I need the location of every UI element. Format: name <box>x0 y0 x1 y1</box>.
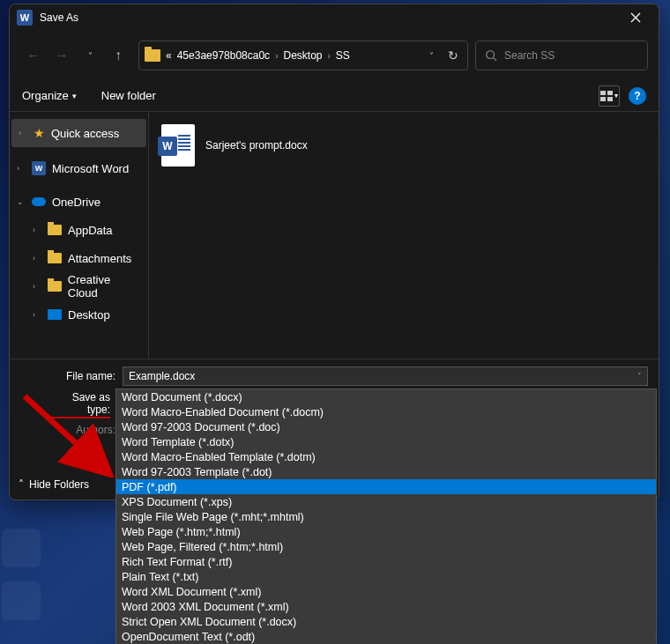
back-button[interactable]: ← <box>20 42 47 69</box>
sidebar-item-quick-access[interactable]: › ★ Quick access <box>11 119 146 147</box>
filetype-option[interactable]: Word Template (*.dotx) <box>116 434 656 449</box>
sidebar-item-ms-word[interactable]: › W Microsoft Word <box>10 154 148 182</box>
desktop-taskbar-icon[interactable] <box>2 529 41 567</box>
nav-row: ← → ˅ ↑ « 45e3ae978b08ca0c › Desktop › S… <box>10 31 659 80</box>
breadcrumb-item[interactable]: Desktop <box>283 49 322 62</box>
filetype-option[interactable]: Web Page (*.htm;*.html) <box>116 524 656 539</box>
breadcrumb-item[interactable]: SS <box>336 49 350 62</box>
filetype-option[interactable]: Word 2003 XML Document (*.xml) <box>116 599 656 614</box>
authors-label: Authors: <box>10 424 115 436</box>
filetype-option[interactable]: Word 97-2003 Template (*.dot) <box>116 464 656 479</box>
filetype-option[interactable]: Single File Web Page (*.mht;*.mhtml) <box>116 509 656 524</box>
chevron-right-icon: › <box>33 282 41 291</box>
search-icon <box>485 49 497 62</box>
chevron-up-icon: ˄ <box>19 478 24 491</box>
chevron-down-icon: ⌄ <box>17 197 26 206</box>
chevron-down-icon: ˅ <box>637 372 642 381</box>
onedrive-icon <box>32 197 46 206</box>
folder-icon <box>145 49 160 62</box>
close-icon <box>630 12 641 23</box>
toolbar: Organize ▾ New folder ▾ ? <box>10 80 659 112</box>
breadcrumb-item[interactable]: 45e3ae978b08ca0c <box>177 49 270 62</box>
refresh-button[interactable]: ↻ <box>444 48 462 63</box>
file-list[interactable]: W Sarjeet's prompt.docx <box>149 112 659 359</box>
sidebar-item-attachments[interactable]: › Attachments <box>10 244 148 272</box>
chevron-down-icon: ▾ <box>72 92 77 100</box>
svg-rect-1 <box>600 91 606 95</box>
filetype-option[interactable]: Web Page, Filtered (*.htm;*.html) <box>116 539 656 554</box>
save-as-type-label: Save as type: <box>50 391 110 418</box>
desktop-taskbar-icon[interactable] <box>2 581 41 620</box>
folder-icon <box>48 281 62 292</box>
view-icon <box>600 91 613 101</box>
breadcrumb-prefix: « <box>166 49 172 62</box>
organize-button[interactable]: Organize ▾ <box>22 89 77 102</box>
file-name: Sarjeet's prompt.docx <box>205 139 308 152</box>
search-input[interactable]: Search SS <box>475 41 648 70</box>
filetype-option[interactable]: Word Document (*.docx) <box>116 389 656 404</box>
filetype-option[interactable]: Word XML Document (*.xml) <box>116 584 656 599</box>
chevron-right-icon: › <box>328 51 331 61</box>
help-button[interactable]: ? <box>629 87 646 105</box>
chevron-right-icon: › <box>19 129 27 137</box>
filetype-option[interactable]: Word Macro-Enabled Template (*.dotm) <box>116 449 656 464</box>
up-button[interactable]: ↑ <box>105 42 131 69</box>
address-bar[interactable]: « 45e3ae978b08ca0c › Desktop › SS ˅ ↻ <box>138 41 468 70</box>
close-button[interactable] <box>620 5 651 30</box>
save-as-type-dropdown[interactable]: Word Document (*.docx)Word Macro-Enabled… <box>115 389 657 644</box>
word-icon: W <box>17 10 33 26</box>
filetype-option[interactable]: Plain Text (*.txt) <box>116 569 656 584</box>
filetype-option[interactable]: Word Macro-Enabled Document (*.docm) <box>116 404 656 419</box>
svg-point-0 <box>487 51 495 59</box>
forward-button[interactable]: → <box>48 42 75 69</box>
sidebar-item-desktop[interactable]: › Desktop <box>10 300 148 329</box>
sidebar-item-onedrive[interactable]: ⌄ OneDrive <box>10 188 148 216</box>
word-icon: W <box>32 161 46 175</box>
chevron-right-icon: › <box>17 164 26 173</box>
filetype-option[interactable]: Strict Open XML Document (*.docx) <box>116 614 656 629</box>
folder-icon <box>48 225 62 235</box>
filetype-option[interactable]: Word 97-2003 Document (*.doc) <box>116 419 656 434</box>
svg-rect-3 <box>600 97 606 101</box>
desktop-icon <box>48 309 62 320</box>
window-title: Save As <box>40 11 78 24</box>
view-options-button[interactable]: ▾ <box>599 85 620 107</box>
titlebar: W Save As <box>10 4 659 31</box>
filetype-option[interactable]: XPS Document (*.xps) <box>116 494 656 509</box>
chevron-right-icon: › <box>33 226 41 234</box>
filetype-option[interactable]: OpenDocument Text (*.odt) <box>116 629 656 644</box>
recent-locations-button[interactable]: ˅ <box>77 42 103 69</box>
search-placeholder: Search SS <box>504 49 555 62</box>
svg-rect-2 <box>607 91 613 95</box>
star-icon: ★ <box>34 126 45 140</box>
chevron-right-icon: › <box>33 310 41 319</box>
hide-folders-button[interactable]: ˄ Hide Folders <box>19 478 89 491</box>
sidebar-item-appdata[interactable]: › AppData <box>10 216 148 244</box>
address-dropdown[interactable]: ˅ <box>424 51 439 61</box>
filename-input[interactable]: Example.docx ˅ <box>123 366 648 386</box>
sidebar: › ★ Quick access › W Microsoft Word ⌄ On… <box>10 112 149 359</box>
new-folder-button[interactable]: New folder <box>101 89 156 102</box>
filetype-option[interactable]: PDF (*.pdf) <box>116 479 656 494</box>
chevron-right-icon: › <box>33 254 41 263</box>
file-item[interactable]: W Sarjeet's prompt.docx <box>161 124 646 167</box>
svg-rect-4 <box>607 97 613 101</box>
filename-label: File name: <box>10 370 115 382</box>
filetype-option[interactable]: Rich Text Format (*.rtf) <box>116 554 656 569</box>
chevron-right-icon: › <box>275 51 278 61</box>
folder-icon <box>48 253 62 263</box>
sidebar-item-creative-cloud[interactable]: › Creative Cloud <box>10 272 148 300</box>
body: › ★ Quick access › W Microsoft Word ⌄ On… <box>10 112 659 359</box>
docx-icon: W <box>161 124 195 167</box>
